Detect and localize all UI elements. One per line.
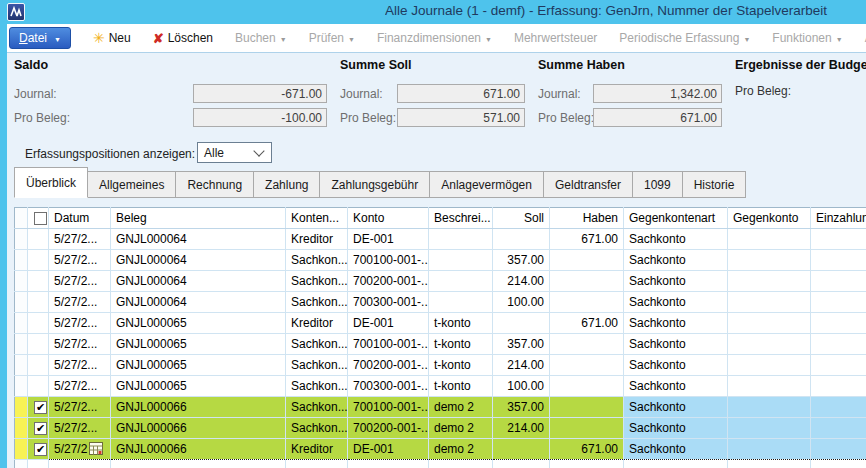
validate-menu-button[interactable]: Prüfen ▼ [309, 31, 355, 45]
cell-check[interactable] [28, 292, 49, 313]
date-picker-icon[interactable] [89, 442, 103, 455]
cell-beschreibung[interactable] [429, 229, 493, 250]
tab-rechnung[interactable]: Rechnung [176, 171, 254, 198]
tab-zahlung[interactable]: Zahlung [254, 171, 320, 198]
summe-haben-journal-field[interactable]: 1,342.00 [593, 84, 722, 103]
cell-soll[interactable] [493, 229, 550, 250]
cell-gutter[interactable] [15, 355, 28, 376]
cell-soll[interactable]: 214.00 [493, 418, 550, 439]
cell-gegenkonto[interactable] [728, 229, 811, 250]
cell-haben[interactable] [550, 397, 624, 418]
cell-datum[interactable]: 5/27/2... [49, 292, 111, 313]
cell-einzahlung[interactable] [811, 313, 866, 334]
cell-einzahlung[interactable] [811, 397, 866, 418]
journal-line-row[interactable]: ✔5/27/2GNJL000066KreditorDE-001demo 2671… [15, 439, 866, 460]
cell-haben[interactable] [550, 334, 624, 355]
summe-soll-journal-field[interactable]: 671.00 [397, 84, 525, 103]
cell-datum[interactable] [49, 460, 111, 468]
cell-check[interactable] [28, 334, 49, 355]
cell-beleg[interactable]: GNJL000066 [111, 439, 286, 460]
cell-gegenkonto[interactable] [728, 250, 811, 271]
cell-haben[interactable]: 671.00 [550, 313, 624, 334]
cell-check[interactable] [28, 376, 49, 397]
cell-gegenkonto[interactable] [728, 418, 811, 439]
cell-beleg[interactable]: GNJL000064 [111, 292, 286, 313]
column-header-gegenkontenart[interactable]: Gegenkontenart [624, 208, 728, 229]
column-header-gegenkonto[interactable]: Gegenkonto [728, 208, 811, 229]
cell-beschreibung[interactable] [429, 271, 493, 292]
empty-row[interactable] [15, 460, 866, 468]
cell-beschreibung[interactable]: t-konto [429, 334, 493, 355]
cell-soll[interactable]: 214.00 [493, 355, 550, 376]
cell-kontenart[interactable] [286, 460, 348, 468]
cell-gutter[interactable] [15, 292, 28, 313]
cell-haben[interactable] [550, 271, 624, 292]
cell-gegenkontenart[interactable]: Sachkonto [624, 439, 728, 460]
cell-gegenkonto[interactable] [728, 376, 811, 397]
tab--berblick[interactable]: Überblick [14, 167, 88, 198]
cell-gegenkonto[interactable] [728, 313, 811, 334]
cell-beschreibung[interactable]: t-konto [429, 313, 493, 334]
post-menu-button[interactable]: Buchen ▼ [235, 31, 287, 45]
cell-datum[interactable]: 5/27/2... [49, 229, 111, 250]
journal-line-row[interactable]: ✔5/27/2...GNJL000066Sachkon...700200-001… [15, 418, 866, 439]
summe-haben-pro-beleg-field[interactable]: 671.00 [593, 108, 722, 127]
cell-einzahlung[interactable] [811, 439, 866, 460]
cell-gegenkonto[interactable] [728, 439, 811, 460]
cell-gegenkontenart[interactable]: Sachkonto [624, 355, 728, 376]
cell-beleg[interactable]: GNJL000064 [111, 250, 286, 271]
periodic-journal-menu-button[interactable]: Periodische Erfassung ▼ [619, 31, 750, 45]
cell-soll[interactable]: 357.00 [493, 397, 550, 418]
select-all-checkbox-header[interactable] [28, 208, 49, 229]
cell-beschreibung[interactable] [429, 460, 493, 468]
cell-haben[interactable] [550, 460, 624, 468]
cell-konto[interactable]: 700200-001-... [348, 355, 429, 376]
cell-kontenart[interactable]: Sachkon... [286, 271, 348, 292]
cell-datum[interactable]: 5/27/2... [49, 271, 111, 292]
cell-gegenkontenart[interactable]: Sachkonto [624, 313, 728, 334]
cell-gegenkonto[interactable] [728, 355, 811, 376]
cell-beleg[interactable]: GNJL000064 [111, 271, 286, 292]
cell-check[interactable] [28, 250, 49, 271]
cell-soll[interactable]: 214.00 [493, 271, 550, 292]
journal-line-row[interactable]: 5/27/2...GNJL000065Sachkon...700300-001-… [15, 376, 866, 397]
cell-gegenkontenart[interactable]: Sachkonto [624, 271, 728, 292]
cell-kontenart[interactable]: Sachkon... [286, 250, 348, 271]
cell-beschreibung[interactable] [429, 292, 493, 313]
cell-kontenart[interactable]: Sachkon... [286, 376, 348, 397]
cell-kontenart[interactable]: Kreditor [286, 229, 348, 250]
cell-beschreibung[interactable]: demo 2 [429, 397, 493, 418]
cell-konto[interactable]: DE-001 [348, 229, 429, 250]
cell-check[interactable] [28, 355, 49, 376]
cell-check[interactable] [28, 229, 49, 250]
journal-line-row[interactable]: 5/27/2...GNJL000065Sachkon...700200-001-… [15, 355, 866, 376]
cell-kontenart[interactable]: Kreditor [286, 439, 348, 460]
cell-einzahlung[interactable] [811, 250, 866, 271]
cell-konto[interactable]: 700100-001-... [348, 397, 429, 418]
cell-check[interactable] [28, 460, 49, 468]
cell-haben[interactable] [550, 292, 624, 313]
cell-gegenkontenart[interactable]: Sachkonto [624, 250, 728, 271]
row-checkbox-checked[interactable]: ✔ [34, 422, 47, 435]
tab-1099[interactable]: 1099 [633, 171, 683, 198]
cell-kontenart[interactable]: Sachkon... [286, 355, 348, 376]
cell-einzahlung[interactable] [811, 418, 866, 439]
summe-soll-pro-beleg-field[interactable]: 571.00 [397, 108, 525, 127]
cell-check[interactable] [28, 313, 49, 334]
cell-einzahlung[interactable] [811, 292, 866, 313]
cell-haben[interactable]: 671.00 [550, 439, 624, 460]
cell-beleg[interactable]: GNJL000065 [111, 355, 286, 376]
tab-historie[interactable]: Historie [683, 171, 747, 198]
cell-beschreibung[interactable]: demo 2 [429, 439, 493, 460]
cell-datum[interactable]: 5/27/2... [49, 250, 111, 271]
file-menu-button[interactable]: Datei ▼ [9, 27, 71, 49]
cell-gutter[interactable] [15, 250, 28, 271]
column-header-soll[interactable]: Soll [493, 208, 550, 229]
cell-einzahlung[interactable] [811, 376, 866, 397]
cell-gegenkonto[interactable] [728, 397, 811, 418]
cell-check[interactable]: ✔ [28, 439, 49, 460]
cell-gegenkontenart[interactable]: Sachkonto [624, 376, 728, 397]
cell-kontenart[interactable]: Sachkon... [286, 334, 348, 355]
cell-datum[interactable]: 5/27/2 [49, 439, 111, 460]
cell-soll[interactable]: 357.00 [493, 250, 550, 271]
